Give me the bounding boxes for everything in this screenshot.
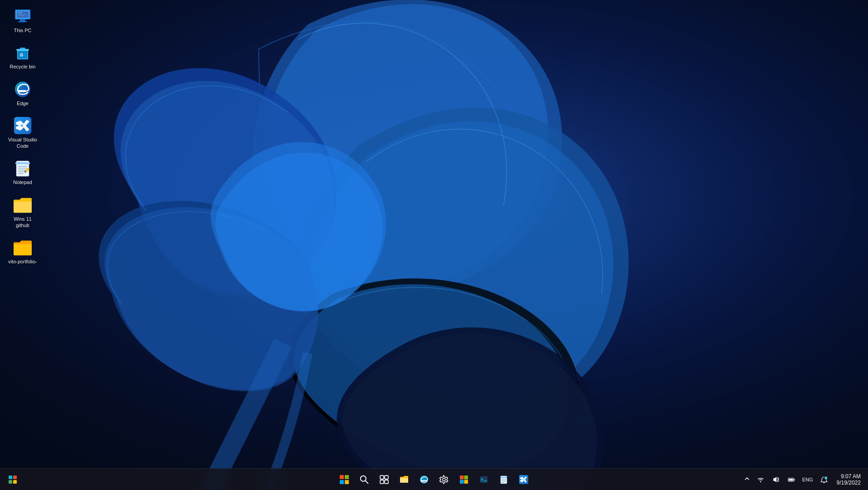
svg-point-37 <box>361 475 366 481</box>
vito-portfolio-icon <box>14 238 32 257</box>
svg-rect-39 <box>380 475 384 479</box>
svg-rect-36 <box>345 480 349 484</box>
svg-line-38 <box>366 480 368 483</box>
svg-rect-40 <box>385 475 388 479</box>
this-pc-label: This PC <box>14 27 31 34</box>
vscode-icon <box>14 116 32 135</box>
svg-rect-5 <box>18 21 27 22</box>
desktop: This PC ♻ Recyc <box>0 0 868 490</box>
svg-rect-33 <box>340 475 344 479</box>
svg-rect-29 <box>9 475 12 479</box>
svg-rect-45 <box>460 475 464 480</box>
svg-rect-32 <box>13 480 17 484</box>
language-indicator[interactable]: ENG <box>800 475 815 484</box>
svg-line-16 <box>20 52 20 58</box>
wins11-folder-icon <box>14 196 32 214</box>
svg-rect-53 <box>501 477 507 478</box>
svg-rect-30 <box>13 475 17 479</box>
clock[interactable]: 9:07 AM 9/19/2022 <box>833 471 864 489</box>
vscode-label: Visual Studio Code <box>7 136 38 150</box>
notepad-taskbar-button[interactable] <box>495 471 513 489</box>
taskbar: ENG 9:07 AM 9/19/2022 <box>0 468 868 490</box>
widgets-button[interactable] <box>4 471 22 489</box>
edge-icon <box>14 80 32 98</box>
svg-rect-41 <box>380 480 384 484</box>
vito-portfolio-label: vito-portfolio- <box>8 258 37 265</box>
start-button[interactable] <box>335 471 353 489</box>
svg-rect-9 <box>18 15 27 15</box>
svg-rect-23 <box>15 162 30 164</box>
svg-rect-59 <box>794 479 795 480</box>
clock-time: 9:07 AM <box>841 473 861 480</box>
wifi-tray-icon[interactable] <box>754 473 767 486</box>
desktop-icon-notepad[interactable]: Notepad <box>5 156 41 188</box>
svg-rect-10 <box>18 15 24 16</box>
edge-label: Edge <box>17 100 29 107</box>
desktop-icon-this-pc[interactable]: This PC <box>5 5 41 36</box>
battery-tray-icon[interactable] <box>785 473 798 486</box>
desktop-icon-vito-portfolio[interactable]: vito-portfolio- <box>5 236 41 267</box>
desktop-icons: This PC ♻ Recyc <box>5 5 41 268</box>
recycle-bin-icon: ♻ <box>14 44 32 62</box>
svg-rect-47 <box>460 480 464 484</box>
svg-point-44 <box>443 478 445 481</box>
svg-line-18 <box>25 52 25 58</box>
desktop-icon-vscode[interactable]: Visual Studio Code <box>5 114 41 152</box>
svg-rect-14 <box>20 48 25 49</box>
svg-rect-42 <box>385 480 388 484</box>
store-taskbar-button[interactable] <box>455 471 473 489</box>
notepad-label: Notepad <box>13 179 32 185</box>
file-explorer-button[interactable] <box>395 471 413 489</box>
svg-rect-35 <box>340 480 344 484</box>
svg-rect-8 <box>18 12 22 14</box>
svg-rect-4 <box>20 19 25 21</box>
volume-tray-icon[interactable] <box>770 473 782 486</box>
svg-rect-50 <box>480 476 487 483</box>
edge-taskbar-button[interactable] <box>415 471 433 489</box>
notification-icon[interactable] <box>818 473 830 486</box>
tray-overflow-button[interactable] <box>743 474 752 485</box>
svg-rect-31 <box>9 480 12 484</box>
svg-rect-48 <box>464 480 468 484</box>
this-pc-icon <box>14 7 32 25</box>
notepad-icon <box>14 159 32 177</box>
system-tray-area: ENG 9:07 AM 9/19/2022 <box>743 471 864 489</box>
svg-rect-34 <box>345 475 349 479</box>
vscode-taskbar-button[interactable] <box>515 471 533 489</box>
search-button[interactable] <box>355 471 373 489</box>
settings-taskbar-button[interactable] <box>435 471 453 489</box>
wallpaper <box>0 0 868 490</box>
svg-rect-46 <box>464 475 468 480</box>
wins11-github-label: Wins 11 github <box>7 216 38 229</box>
recycle-bin-label: Recycle bin <box>10 63 36 70</box>
desktop-icon-recycle-bin[interactable]: ♻ Recycle bin <box>5 41 41 73</box>
svg-rect-60 <box>789 479 793 480</box>
desktop-icon-edge[interactable]: Edge <box>5 78 41 109</box>
clock-date: 9/19/2022 <box>837 480 861 486</box>
desktop-icon-wins11-github[interactable]: Wins 11 github <box>5 193 41 232</box>
terminal-taskbar-button[interactable] <box>475 471 493 489</box>
task-view-button[interactable] <box>375 471 393 489</box>
